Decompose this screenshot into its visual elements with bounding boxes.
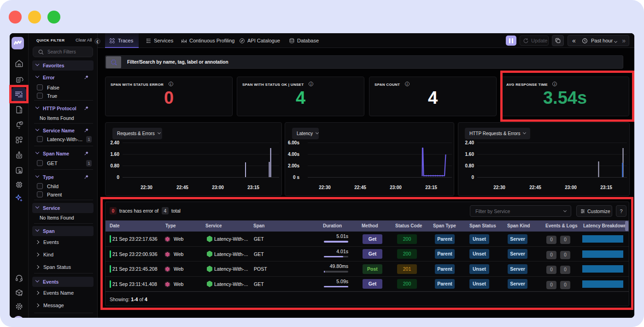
svg-text:23:00: 23:00	[390, 185, 402, 190]
svg-text:22:45: 22:45	[529, 185, 541, 190]
svg-text:23:15: 23:15	[425, 185, 437, 190]
svg-text:23:00: 23:00	[565, 185, 577, 190]
svg-text:22:30: 22:30	[493, 185, 505, 190]
svg-text:0: 0	[117, 175, 119, 180]
svg-text:2.00s: 2.00s	[288, 163, 299, 168]
svg-text:1.60: 1.60	[111, 152, 120, 157]
svg-text:0 s: 0 s	[293, 175, 299, 180]
svg-text:22:30: 22:30	[141, 185, 152, 190]
svg-text:0: 0	[471, 175, 474, 180]
svg-text:2.40: 2.40	[111, 140, 120, 145]
svg-text:22:30: 22:30	[319, 185, 331, 190]
svg-text:6.00s: 6.00s	[288, 140, 299, 145]
svg-text:0.80: 0.80	[465, 163, 474, 168]
svg-text:23:00: 23:00	[212, 185, 224, 190]
svg-text:23:15: 23:15	[600, 185, 612, 190]
svg-text:1.60: 1.60	[465, 152, 474, 157]
svg-text:2.40: 2.40	[465, 140, 474, 145]
svg-text:22:45: 22:45	[354, 185, 366, 190]
svg-text:22:45: 22:45	[176, 185, 188, 190]
svg-text:4.00s: 4.00s	[288, 152, 299, 157]
svg-text:0.80: 0.80	[111, 163, 120, 168]
svg-text:23:15: 23:15	[247, 185, 259, 190]
